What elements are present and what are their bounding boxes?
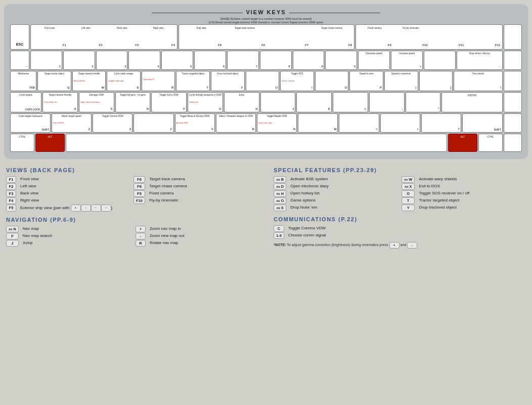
enter-key[interactable]: ENTER — [441, 92, 503, 112]
keyboard-diagram: VIEW KEYS [Shift][1-9] Store current tar… — [4, 4, 528, 159]
comma-key[interactable]: < — [339, 113, 379, 133]
note-and: and — [401, 243, 408, 247]
9-key[interactable]: 9 — [293, 51, 325, 70]
corner3-key — [504, 71, 522, 91]
lbracket-key[interactable]: Speed to maximum [ — [384, 71, 418, 91]
alth-desc: Open hotkey list — [290, 190, 397, 197]
f9-key[interactable]: Fixed camera F9 — [357, 26, 392, 48]
corner-key — [504, 24, 522, 50]
a-key[interactable]: Target nearest friendly Drop Nuke 'em A — [42, 92, 78, 112]
f3-key[interactable]: Back view F3 — [105, 26, 140, 48]
5-key[interactable]: 5 — [161, 51, 193, 70]
6-key[interactable]: 6 — [194, 51, 226, 70]
y-sf-desc: Drop tractored object — [419, 205, 526, 211]
0-key[interactable]: 0 — [325, 51, 357, 70]
j-key[interactable]: J — [260, 92, 296, 112]
w-key[interactable]: Target nearest hostile Warp shields W — [72, 71, 106, 91]
t-key[interactable]: Tractor targeted object T — [176, 71, 210, 91]
7-key[interactable]: 7 — [227, 51, 259, 70]
f1-key[interactable]: Front view F1 — [32, 26, 67, 48]
f6-desc: Target track camera — [149, 176, 258, 183]
alts-desc: Drop Nuke 'em — [290, 205, 397, 211]
alt-left-key[interactable]: ALT — [35, 134, 65, 152]
f1-desc: Front view — [20, 176, 129, 183]
backspace-key[interactable]: Drop mines / decoys ← — [457, 51, 503, 70]
blank-key[interactable] — [424, 51, 456, 70]
f4-key[interactable]: Right view F4 — [141, 26, 176, 48]
semicolon-key[interactable]: ; — [369, 92, 405, 112]
1-key[interactable]: 1 — [30, 51, 62, 70]
f8-key[interactable]: Target chase camera F8 — [311, 26, 353, 48]
f2-key[interactable]: Left view F2 — [68, 26, 104, 48]
f3-desc: Back view — [20, 190, 129, 197]
k-key[interactable]: K — [296, 92, 332, 112]
f-key[interactable]: Toggle Guns VDW F — [151, 92, 187, 112]
quote-key[interactable]: " — [406, 92, 441, 112]
altw-desc: Activate warp shields — [419, 176, 526, 183]
8-key[interactable]: 8 — [260, 51, 292, 70]
corner6-key — [504, 134, 522, 152]
q-key[interactable]: Target center object Q — [37, 71, 71, 91]
g-key[interactable]: Cycle through weapons in VDW Hotkey list… — [188, 92, 223, 112]
esc-key[interactable]: ESC — [10, 24, 29, 50]
f12-key[interactable]: F12 — [466, 26, 501, 48]
e-key[interactable]: Cycle radar ranges Toggle radar type E — [107, 71, 141, 91]
v-key[interactable]: Toggle Mines & Decoys VDW Activate BSE V — [175, 113, 215, 133]
x-key[interactable]: Toggle Comms VDW X — [93, 113, 132, 133]
altb-desc: Activate BSE system — [290, 176, 397, 183]
m-key[interactable]: M — [298, 113, 338, 133]
period-key[interactable]: > — [380, 113, 420, 133]
l-key[interactable]: L — [333, 92, 368, 112]
shift-left-key[interactable]: Cycle targets backward SHIFT — [10, 113, 51, 133]
alt-right-key[interactable]: ALT — [448, 134, 477, 152]
backslash-key[interactable]: Fire missile \ — [454, 71, 503, 91]
left-reference: VIEWS (BACK PAGE) F1 Front view F6 Targe… — [6, 167, 269, 249]
capslock-key[interactable]: Cycle targets CAPS LOCK — [10, 92, 41, 112]
altn-badge: Alt N — [6, 226, 19, 232]
f7-key[interactable]: F7 — [267, 26, 309, 48]
f2-desc: Left view — [20, 183, 129, 190]
b-key[interactable]: Select / Deselect weapon in VDW B — [216, 113, 256, 133]
4-key[interactable]: 4 — [128, 51, 160, 70]
n-key[interactable]: Toggle Missile VDW Open nav map N — [257, 113, 297, 133]
o-key[interactable]: O — [315, 71, 349, 91]
c-key[interactable]: C — [134, 113, 173, 133]
equals-key[interactable]: Increase speed + — [391, 51, 423, 70]
gamma-note: *NOTE: To adjust gamma correction (brigh… — [274, 242, 526, 249]
t-sf-badge: T — [402, 197, 415, 204]
3-key[interactable]: 3 — [96, 51, 128, 70]
2-key[interactable]: 2 — [63, 51, 95, 70]
f10-key[interactable]: Fly-by cinematic F10 — [393, 26, 429, 48]
p-key[interactable]: Speed to zero P — [349, 71, 383, 91]
z-key[interactable]: Match target speed Exit to DOS Z — [52, 113, 92, 133]
minus-key[interactable]: Decrease speed - — [358, 51, 390, 70]
h-key[interactable]: Jump H — [224, 92, 259, 112]
rbracket-key[interactable]: ] — [419, 71, 453, 91]
hint-1: [Shift][1-9] Store current target to a n… — [10, 17, 522, 20]
f5-desc: Exterior ship view (pan with +↓←→) — [20, 205, 258, 212]
y-key[interactable]: Drop tractored object Y — [211, 71, 245, 91]
tilde-key[interactable]: ~ — [10, 51, 29, 70]
f5-key[interactable]: Ship view F5 — [180, 26, 223, 48]
corner2-key — [504, 51, 522, 70]
slash-key[interactable]: ? — [421, 113, 461, 133]
d-key[interactable]: Toggle full guns - no guns D — [115, 92, 151, 112]
space-key[interactable] — [66, 134, 447, 152]
c-comm-badge: C — [274, 225, 284, 232]
minus-desc: Zoom new map out — [150, 233, 258, 239]
ctrl-left-key[interactable]: CTRL — [10, 134, 34, 152]
shift-right-key[interactable]: SHIFT — [462, 113, 503, 133]
i-key[interactable]: Toggle SOS Game options I — [280, 71, 314, 91]
f6-key[interactable]: Target track camera F6 — [224, 26, 266, 48]
f11-key[interactable]: F11 — [430, 26, 465, 48]
ctrl-right-key[interactable]: CTRL — [478, 134, 503, 152]
f3-badge: F3 — [6, 190, 16, 197]
tab-key[interactable]: Afterburner TAB — [10, 71, 36, 91]
f-nav-badge: F — [6, 233, 19, 239]
u-key[interactable]: U — [246, 71, 280, 91]
altb-badge: Alt B — [274, 176, 286, 183]
s-key[interactable]: Damage VDW Open electronic diary S — [79, 92, 114, 112]
note-label: *NOTE: — [274, 243, 286, 247]
o-sf-badge: O — [402, 190, 415, 197]
r-key[interactable]: Targeting off R — [142, 71, 175, 91]
